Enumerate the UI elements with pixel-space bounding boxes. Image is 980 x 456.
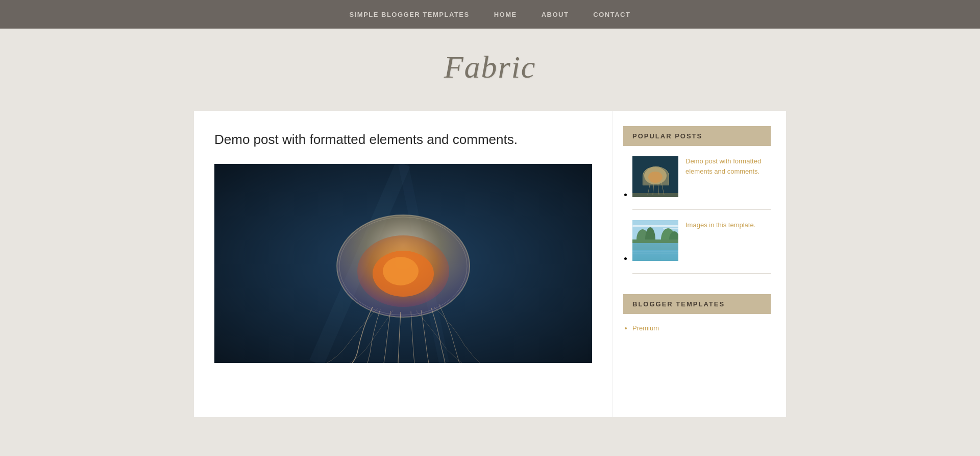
- blogger-templates-item-1: Premium: [632, 324, 771, 332]
- content-area: Demo post with formatted elements and co…: [194, 111, 786, 417]
- divider-1: [632, 209, 771, 210]
- site-title: Fabric: [0, 49, 980, 85]
- site-header: Fabric: [0, 29, 980, 111]
- thumb-jellyfish-svg: [632, 156, 678, 197]
- blogger-templates-widget: BLOGGER TEMPLATES Premium: [623, 294, 771, 332]
- svg-point-6: [383, 257, 419, 285]
- nav-about[interactable]: ABOUT: [542, 11, 569, 18]
- main-nav: SIMPLE BLOGGER TEMPLATES HOME ABOUT CONT…: [0, 0, 980, 29]
- popular-post-link-2[interactable]: Images in this template.: [685, 220, 755, 230]
- thumb-river-svg: [632, 220, 678, 261]
- popular-posts-title: POPULAR POSTS: [623, 126, 771, 146]
- popular-posts-list: Demo post with formatted elements and co…: [623, 156, 771, 274]
- main-content: Demo post with formatted elements and co…: [194, 111, 612, 417]
- popular-post-link-1[interactable]: Demo post with formatted elements and co…: [685, 156, 771, 176]
- popular-post-thumb-1: [632, 156, 678, 197]
- blogger-templates-list: Premium: [623, 324, 771, 332]
- svg-rect-9: [632, 156, 678, 197]
- sidebar: POPULAR POSTS: [612, 111, 786, 417]
- post-title: Demo post with formatted elements and co…: [214, 131, 592, 149]
- popular-post-item-1: Demo post with formatted elements and co…: [632, 156, 771, 197]
- svg-rect-26: [632, 251, 678, 252]
- popular-post-row-1: Demo post with formatted elements and co…: [632, 156, 771, 197]
- svg-rect-25: [632, 250, 678, 261]
- blogger-templates-title: BLOGGER TEMPLATES: [623, 294, 771, 314]
- thumb-jellyfish-image: [632, 156, 678, 197]
- popular-post-row-2: Images in this template.: [632, 220, 771, 261]
- svg-rect-24: [632, 239, 678, 250]
- nav-brand[interactable]: SIMPLE BLOGGER TEMPLATES: [350, 11, 470, 18]
- popular-post-thumb-2: [632, 220, 678, 261]
- thumb-river-image: [632, 220, 678, 261]
- popular-posts-widget: POPULAR POSTS: [623, 126, 771, 274]
- post-featured-image: [214, 164, 592, 363]
- svg-rect-16: [632, 193, 678, 197]
- page-wrapper: Demo post with formatted elements and co…: [184, 111, 796, 417]
- post-image-container: [214, 164, 592, 363]
- nav-contact[interactable]: CONTACT: [593, 11, 630, 18]
- nav-home[interactable]: HOME: [494, 11, 517, 18]
- svg-rect-18: [632, 225, 678, 227]
- svg-point-11: [648, 172, 663, 183]
- jellyfish-illustration: [214, 164, 592, 363]
- popular-post-item-2: Images in this template.: [632, 220, 771, 261]
- svg-rect-19: [663, 228, 678, 229]
- blogger-templates-link-1[interactable]: Premium: [632, 324, 659, 332]
- svg-point-10: [644, 167, 667, 184]
- divider-2: [632, 273, 771, 274]
- svg-rect-27: [632, 253, 678, 254]
